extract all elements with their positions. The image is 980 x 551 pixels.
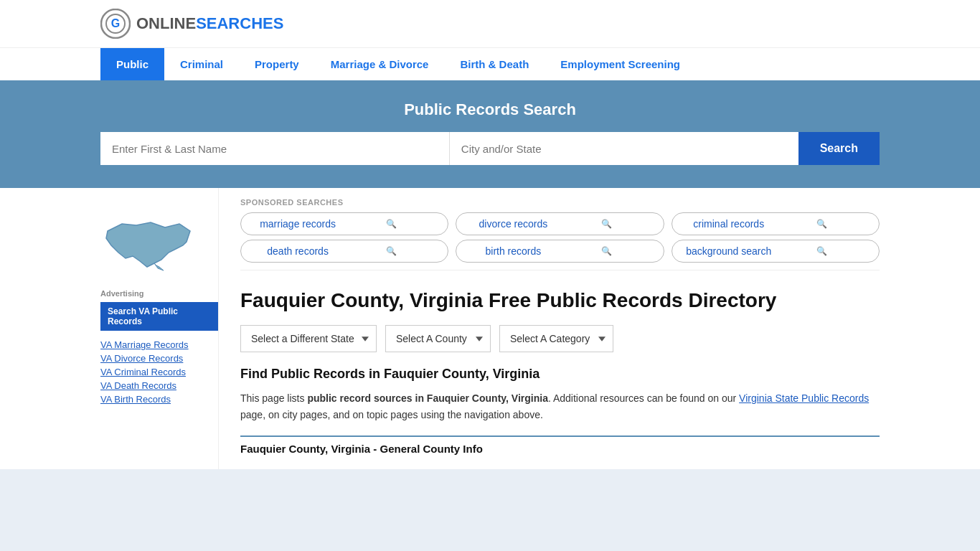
site-header: G ONLINESEARCHES xyxy=(0,0,980,47)
page-title: Fauquier County, Virginia Free Public Re… xyxy=(240,288,776,314)
find-section: Find Public Records in Fauquier County, … xyxy=(240,367,880,455)
sidebar: Advertising Search VA Public Records VA … xyxy=(100,188,219,469)
page-title-area: Fauquier County, Virginia Free Public Re… xyxy=(240,288,776,314)
sponsored-section: SPONSORED SEARCHES marriage records 🔍 di… xyxy=(240,188,880,270)
pills-row-2: death records 🔍 birth records 🔍 backgrou… xyxy=(240,240,880,263)
nav-marriage-divorce[interactable]: Marriage & Divorce xyxy=(315,48,445,80)
search-icon-4: 🔍 xyxy=(344,246,438,256)
search-icon-5: 🔍 xyxy=(560,246,654,256)
virginia-map-svg xyxy=(100,209,194,274)
main-nav: Public Criminal Property Marriage & Divo… xyxy=(0,47,980,80)
dropdowns-row: Select a Different State Select A County… xyxy=(240,325,880,352)
main-content: SPONSORED SEARCHES marriage records 🔍 di… xyxy=(219,188,880,469)
search-bar: Search xyxy=(100,132,880,165)
sidebar-link-death[interactable]: VA Death Records xyxy=(100,380,218,391)
pill-marriage-records[interactable]: marriage records 🔍 xyxy=(240,212,448,235)
find-title: Find Public Records in Fauquier County, … xyxy=(240,367,880,382)
sponsored-label: SPONSORED SEARCHES xyxy=(240,198,880,207)
location-input[interactable] xyxy=(450,132,798,165)
logo[interactable]: G ONLINESEARCHES xyxy=(100,9,283,39)
nav-birth-death[interactable]: Birth & Death xyxy=(444,48,545,80)
search-button[interactable]: Search xyxy=(798,132,880,165)
sidebar-ad-label: Advertising xyxy=(100,289,218,298)
logo-text: ONLINESEARCHES xyxy=(136,14,283,33)
virginia-map xyxy=(100,209,218,276)
pill-criminal-records[interactable]: criminal records 🔍 xyxy=(672,212,880,235)
nav-public[interactable]: Public xyxy=(100,48,164,80)
state-select[interactable]: Select a Different State xyxy=(240,325,377,352)
find-paragraph: This page lists public record sources in… xyxy=(240,390,880,423)
pill-divorce-records[interactable]: divorce records 🔍 xyxy=(456,212,664,235)
general-info-title: Fauquier County, Virginia - General Coun… xyxy=(240,443,880,455)
search-icon-6: 🔍 xyxy=(776,246,869,256)
sidebar-link-criminal[interactable]: VA Criminal Records xyxy=(100,367,218,377)
pill-birth-records[interactable]: birth records 🔍 xyxy=(456,240,664,263)
search-icon-1: 🔍 xyxy=(344,219,438,229)
sidebar-link-divorce[interactable]: VA Divorce Records xyxy=(100,353,218,364)
sidebar-ad-button[interactable]: Search VA Public Records xyxy=(100,302,218,331)
nav-employment[interactable]: Employment Screening xyxy=(545,48,696,80)
pill-background-search[interactable]: background search 🔍 xyxy=(672,240,880,263)
page-header: Fauquier County, Virginia Free Public Re… xyxy=(240,270,880,325)
main-wrapper: Advertising Search VA Public Records VA … xyxy=(0,188,980,469)
hero-title: Public Records Search xyxy=(100,100,880,119)
pills-row-1: marriage records 🔍 divorce records 🔍 cri… xyxy=(240,212,880,235)
nav-criminal[interactable]: Criminal xyxy=(164,48,239,80)
general-info: Fauquier County, Virginia - General Coun… xyxy=(240,435,880,455)
svg-text:G: G xyxy=(111,17,120,29)
search-icon-3: 🔍 xyxy=(776,219,869,229)
pills-container: marriage records 🔍 divorce records 🔍 cri… xyxy=(240,212,880,263)
nav-property[interactable]: Property xyxy=(239,48,315,80)
name-input[interactable] xyxy=(100,132,450,165)
sidebar-link-marriage[interactable]: VA Marriage Records xyxy=(100,339,218,350)
sidebar-link-birth[interactable]: VA Birth Records xyxy=(100,394,218,405)
pill-death-records[interactable]: death records 🔍 xyxy=(240,240,448,263)
hero-section: Public Records Search Search xyxy=(0,80,980,188)
virginia-state-link[interactable]: Virginia State Public Records xyxy=(739,392,869,404)
category-select[interactable]: Select A Category xyxy=(499,325,613,352)
search-icon-2: 🔍 xyxy=(560,219,654,229)
county-select[interactable]: Select A County xyxy=(385,325,491,352)
logo-icon: G xyxy=(100,9,131,39)
